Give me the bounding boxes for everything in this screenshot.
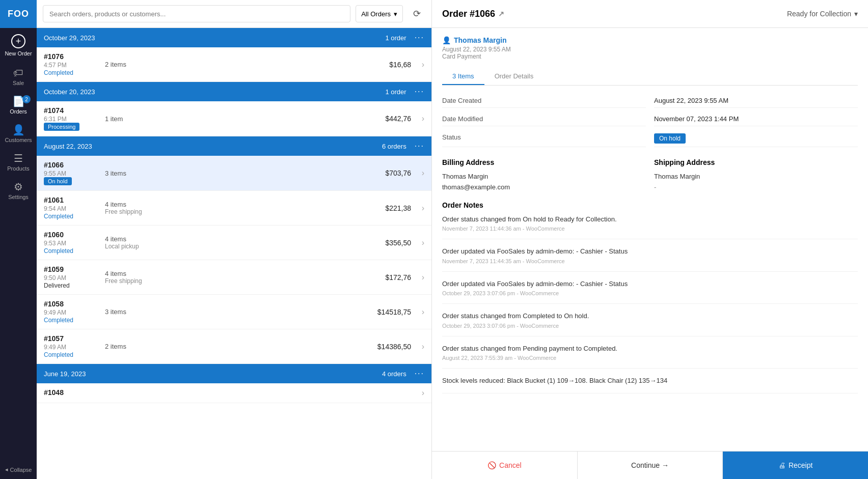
sidebar-item-products[interactable]: ☰ Products bbox=[0, 148, 37, 177]
note-meta: November 7, 2023 11:44:36 am - WooCommer… bbox=[442, 226, 858, 232]
continue-label: Continue → bbox=[631, 461, 669, 469]
tab-order-details-label: Order Details bbox=[495, 72, 534, 80]
note-text: Stock levels reduced: Black Bucket (1) 1… bbox=[442, 376, 858, 386]
order-count-label: 1 order bbox=[385, 88, 406, 96]
orders-list: October 29, 2023 1 order ··· #1076 4:57 … bbox=[37, 28, 431, 479]
order-row[interactable]: #1066 9:55 AM On hold 3 items $703,76 › bbox=[37, 156, 431, 191]
refresh-button[interactable]: ⟳ bbox=[408, 5, 425, 22]
customer-icon: 👤 bbox=[442, 36, 451, 44]
order-row[interactable]: #1074 6:31 PM Processing 1 item $442,76 … bbox=[37, 101, 431, 136]
collapse-icon: ◂ bbox=[5, 466, 8, 473]
external-link-icon[interactable]: ↗ bbox=[498, 10, 504, 18]
date-group-header[interactable]: October 20, 2023 1 order ··· bbox=[37, 82, 431, 101]
date-group-label: June 19, 2023 bbox=[44, 370, 86, 378]
order-items-count: 3 items bbox=[105, 308, 365, 316]
billing-email: thomas@example.com bbox=[442, 182, 646, 193]
order-items-col: 1 item bbox=[105, 115, 365, 123]
order-time: 9:54 AM bbox=[44, 205, 105, 212]
collapse-button[interactable]: ◂ Collapse bbox=[0, 460, 37, 479]
products-icon: ☰ bbox=[14, 153, 23, 163]
order-items-col: 2 items bbox=[105, 343, 365, 350]
group-menu-icon[interactable]: ··· bbox=[415, 369, 424, 378]
group-menu-icon[interactable]: ··· bbox=[415, 33, 424, 42]
order-status-badge: Delivered bbox=[44, 282, 70, 289]
sidebar-item-sale[interactable]: 🏷 Sale bbox=[0, 63, 37, 91]
orders-panel: All Orders ▾ ⟳ October 29, 2023 1 order … bbox=[37, 0, 431, 479]
order-items-count: 3 items bbox=[105, 170, 365, 177]
order-note: Order status changed from Pending paymen… bbox=[442, 344, 858, 369]
status-dropdown[interactable]: Ready for Collection ▾ bbox=[787, 10, 858, 18]
continue-button[interactable]: Continue → bbox=[578, 452, 723, 479]
order-price: $356,50 bbox=[365, 239, 411, 247]
order-row[interactable]: #1061 9:54 AM Completed 4 items Free shi… bbox=[37, 191, 431, 226]
order-info: #1057 9:49 AM Completed bbox=[44, 334, 105, 358]
search-input[interactable] bbox=[43, 5, 350, 22]
order-row[interactable]: #1058 9:49 AM Completed 3 items $14518,7… bbox=[37, 295, 431, 329]
order-shipping: Local pickup bbox=[105, 243, 365, 250]
date-modified-value: November 07, 2023 1:44 PM bbox=[654, 112, 858, 126]
customers-label: Customers bbox=[5, 137, 32, 143]
order-note: Order status changed from Completed to O… bbox=[442, 311, 858, 336]
order-count-label: 6 orders bbox=[382, 143, 406, 150]
app-logo: FOO bbox=[0, 0, 37, 28]
filter-dropdown[interactable]: All Orders ▾ bbox=[356, 5, 403, 22]
cancel-label: Cancel bbox=[499, 461, 522, 469]
status-value: On hold bbox=[654, 130, 858, 147]
date-group-header[interactable]: June 19, 2023 4 orders ··· bbox=[37, 364, 431, 383]
status-dropdown-label: Ready for Collection bbox=[787, 10, 851, 18]
order-count-label: 4 orders bbox=[382, 370, 406, 378]
order-number: #1059 bbox=[44, 265, 105, 273]
order-detail-header: Order #1066 ↗ Ready for Collection ▾ bbox=[432, 0, 868, 28]
tabs-row: 3 Items Order Details bbox=[442, 68, 858, 86]
tab-order-details[interactable]: Order Details bbox=[484, 68, 544, 85]
order-row[interactable]: #1059 9:50 AM Delivered 4 items Free shi… bbox=[37, 260, 431, 295]
group-menu-icon[interactable]: ··· bbox=[415, 87, 424, 96]
sale-icon: 🏷 bbox=[13, 68, 23, 78]
order-price: $14386,50 bbox=[365, 343, 411, 351]
order-number: #1061 bbox=[44, 196, 105, 204]
tab-items[interactable]: 3 Items bbox=[442, 68, 484, 85]
plus-icon: + bbox=[11, 34, 25, 48]
sidebar: FOO + New Order 🏷 Sale 2 📄 Orders 👤 Cust… bbox=[0, 0, 37, 479]
sidebar-item-customers[interactable]: 👤 Customers bbox=[0, 120, 37, 148]
order-chevron-icon: › bbox=[414, 342, 424, 351]
order-items-col: 4 items Local pickup bbox=[105, 235, 365, 250]
order-items-col: 3 items bbox=[105, 308, 365, 316]
order-title: Order #1066 ↗ bbox=[442, 9, 504, 19]
date-group-header[interactable]: October 29, 2023 1 order ··· bbox=[37, 28, 431, 47]
note-text: Order status changed from Completed to O… bbox=[442, 311, 858, 321]
order-price: $221,38 bbox=[365, 204, 411, 212]
order-row[interactable]: #1076 4:57 PM Completed 2 items $16,68 › bbox=[37, 47, 431, 82]
sidebar-item-settings[interactable]: ⚙ Settings bbox=[0, 177, 37, 205]
order-status-badge: Completed bbox=[44, 317, 73, 324]
order-row[interactable]: #1048 › bbox=[37, 383, 431, 403]
date-group-header[interactable]: August 22, 2023 6 orders ··· bbox=[37, 136, 431, 156]
order-status-badge: On hold bbox=[44, 177, 72, 185]
order-chevron-icon: › bbox=[414, 168, 424, 178]
order-time: 9:55 AM bbox=[44, 170, 105, 177]
main-content: All Orders ▾ ⟳ October 29, 2023 1 order … bbox=[37, 0, 868, 479]
order-info: #1076 4:57 PM Completed bbox=[44, 52, 105, 76]
customers-icon: 👤 bbox=[12, 125, 25, 135]
group-menu-icon[interactable]: ··· bbox=[415, 142, 424, 151]
order-chevron-icon: › bbox=[414, 307, 424, 317]
order-row[interactable]: #1057 9:49 AM Completed 2 items $14386,5… bbox=[37, 329, 431, 364]
order-info: #1066 9:55 AM On hold bbox=[44, 161, 105, 185]
note-text: Order status changed from On hold to Rea… bbox=[442, 214, 858, 224]
order-status-badge: Processing bbox=[44, 123, 79, 131]
order-notes-title: Order Notes bbox=[442, 201, 858, 209]
note-meta: November 7, 2023 11:44:35 am - WooCommer… bbox=[442, 258, 858, 264]
order-shipping: Free shipping bbox=[105, 277, 365, 285]
order-row[interactable]: #1060 9:53 AM Completed 4 items Local pi… bbox=[37, 226, 431, 260]
order-items-count: 2 items bbox=[105, 61, 365, 68]
receipt-icon: 🖨 bbox=[778, 461, 785, 469]
receipt-button[interactable]: 🖨 Receipt bbox=[723, 452, 868, 479]
sidebar-item-orders[interactable]: 2 📄 Orders bbox=[0, 91, 37, 120]
cancel-button[interactable]: 🚫 Cancel bbox=[432, 452, 578, 479]
billing-address-content: Thomas Margin thomas@example.com bbox=[442, 172, 646, 193]
filter-label: All Orders bbox=[361, 10, 391, 18]
order-time: 6:31 PM bbox=[44, 116, 105, 123]
order-price: $16,68 bbox=[365, 61, 411, 69]
shipping-line2: - bbox=[654, 182, 858, 193]
sidebar-item-new-order[interactable]: + New Order bbox=[0, 28, 37, 63]
